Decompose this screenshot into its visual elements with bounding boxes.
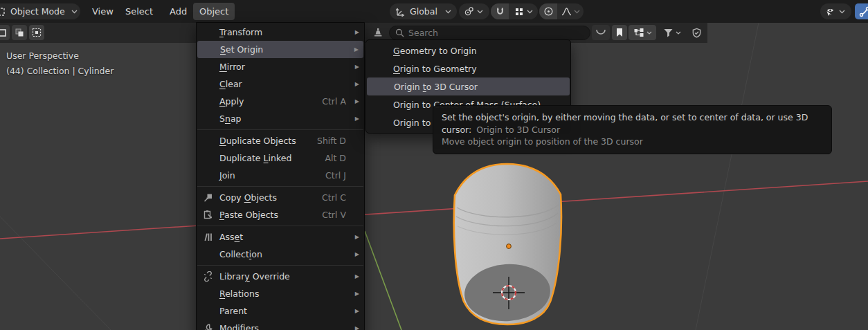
menu-object[interactable]: Object [193,3,235,20]
modifiers-wrench-icon [197,323,219,330]
menu-item-snap[interactable]: Snap ▶ [197,110,364,127]
search-field[interactable] [389,26,590,40]
menu-item-clear[interactable]: Clear ▶ [197,75,364,93]
asset-books-icon [197,232,219,242]
object-menu-popup: Transform ▶ Set Origin ▶ Mirror ▶ Clear … [196,22,365,330]
object-mode-icon [0,7,6,17]
submenu-arrow-icon: ▶ [352,29,359,35]
submenu-item-origin-to-3d-cursor[interactable]: Origin to 3D Cursor [367,77,570,95]
menu-item-copy-objects[interactable]: Copy Objects Ctrl C [197,189,364,206]
brush-tool-button[interactable] [370,25,386,40]
submenu-arrow-icon: ▶ [352,251,359,257]
pivot-point-icon [464,6,474,17]
menu-item-duplicate-objects[interactable]: Duplicate Objects Shift D [197,132,364,149]
tooltip: Set the object's origin, by either movin… [433,105,832,154]
gizmo-icon [859,6,868,17]
search-input[interactable] [408,28,584,38]
view-perspective-label: User Perspective [6,48,114,64]
chevron-down-icon [574,10,580,14]
chevron-down-icon [676,31,681,35]
pivot-point-dropdown[interactable] [459,3,489,19]
snap-controls [491,3,538,19]
menu-item-mirror[interactable]: Mirror ▶ [197,58,364,75]
chevron-down-icon [477,10,483,14]
falloff-arc-button[interactable] [592,25,610,40]
proportional-editing-toggle[interactable] [539,3,557,19]
orientation-axes-icon [395,7,405,17]
menu-item-library-override[interactable]: Library Override ▶ [197,268,364,285]
chevron-down-icon [71,10,78,14]
show-gizmo-dropdown[interactable] [820,3,851,19]
menu-item-apply[interactable]: Apply Ctrl A ▶ [197,93,364,110]
library-override-icon [197,271,219,282]
menu-separator [197,129,363,130]
select-mode-new-button[interactable] [0,25,10,40]
gizmo-toggle-button[interactable] [855,3,868,19]
menu-separator [197,265,363,266]
menu-item-modifiers[interactable]: Modifiers ▶ [197,320,364,330]
snap-toggle-button[interactable] [491,3,509,19]
bookmark-button[interactable] [612,25,627,40]
tooltip-description-line1: Set the object's origin, by either movin… [442,111,823,124]
blender-window: User Perspective (44) Collection | Cylin… [0,0,868,330]
hierarchy-dropdown-button[interactable] [629,25,656,40]
transform-orientation-dropdown[interactable]: Global [390,3,457,19]
copy-icon [197,192,219,203]
viewport-info-overlay: User Perspective (44) Collection | Cylin… [6,48,114,79]
tooltip-enum-value: Origin to 3D Cursor [476,125,560,135]
select-mode-subtract-icon [32,28,42,37]
menu-item-collection[interactable]: Collection ▶ [197,246,364,263]
submenu-arrow-icon: ▶ [352,234,359,240]
magnet-icon [495,6,505,17]
select-mode-extend-icon [15,28,24,37]
menu-item-duplicate-linked[interactable]: Duplicate Linked Alt D [197,149,364,167]
shield-check-icon [691,28,702,38]
submenu-arrow-icon: ▶ [352,291,359,297]
menu-item-paste-objects[interactable]: Paste Objects Ctrl V [197,206,364,223]
falloff-dropdown[interactable] [557,3,584,19]
chevron-down-icon [527,10,533,14]
chevron-down-icon [839,10,845,14]
menu-select[interactable]: Select [119,3,159,20]
tooltip-detail-line: Move object origin to position of the 3D… [442,136,823,148]
chevron-down-icon [647,31,652,35]
submenu-arrow-icon: ▶ [352,273,359,279]
shield-check-button[interactable] [688,25,705,40]
bookmark-icon [615,28,624,37]
select-mode-new-icon [0,28,7,37]
arc-icon [595,28,606,37]
snap-settings-dropdown[interactable] [509,3,538,19]
filter-dropdown-button[interactable] [658,25,686,40]
submenu-arrow-icon: ▶ [352,98,359,104]
submenu-item-origin-to-geometry[interactable]: Origin to Geometry [366,59,570,77]
filter-icon [663,28,673,37]
menu-item-asset[interactable]: Asset ▶ [197,228,364,246]
menu-item-parent[interactable]: Parent ▶ [197,302,364,320]
mode-selector[interactable]: Object Mode [0,3,80,19]
eye-cursor-icon [824,6,836,17]
menu-separator [197,186,363,187]
tooltip-description-line2: cursor:Origin to 3D Cursor [442,124,823,136]
menu-item-join[interactable]: Join Ctrl J [197,167,364,184]
chevron-down-icon [445,10,451,14]
menu-add[interactable]: Add [163,3,193,20]
proportional-editing-icon [543,6,554,17]
submenu-arrow-icon: ▶ [352,325,359,330]
menu-view[interactable]: View [86,3,120,20]
submenu-arrow-icon: ▶ [352,116,359,122]
paste-icon [197,210,219,220]
submenu-arrow-icon: ▶ [352,81,359,87]
menu-item-relations[interactable]: Relations ▶ [197,285,364,302]
submenu-arrow-icon: ▶ [352,64,359,70]
hierarchy-icon [633,28,644,37]
submenu-item-geometry-to-origin[interactable]: Geometry to Origin [366,42,570,59]
orientation-label: Global [410,6,437,17]
select-mode-extend-button[interactable] [12,25,27,40]
falloff-curve-icon [561,7,572,16]
active-object-label: (44) Collection | Cylinder [6,64,114,79]
menu-item-transform[interactable]: Transform ▶ [197,24,364,41]
select-mode-subtract-button[interactable] [29,25,44,40]
menu-item-set-origin[interactable]: Set Origin ▶ [197,41,363,58]
viewport-header: Object Mode View Select Add Object Globa… [0,0,868,23]
snap-increment-icon [514,7,524,17]
